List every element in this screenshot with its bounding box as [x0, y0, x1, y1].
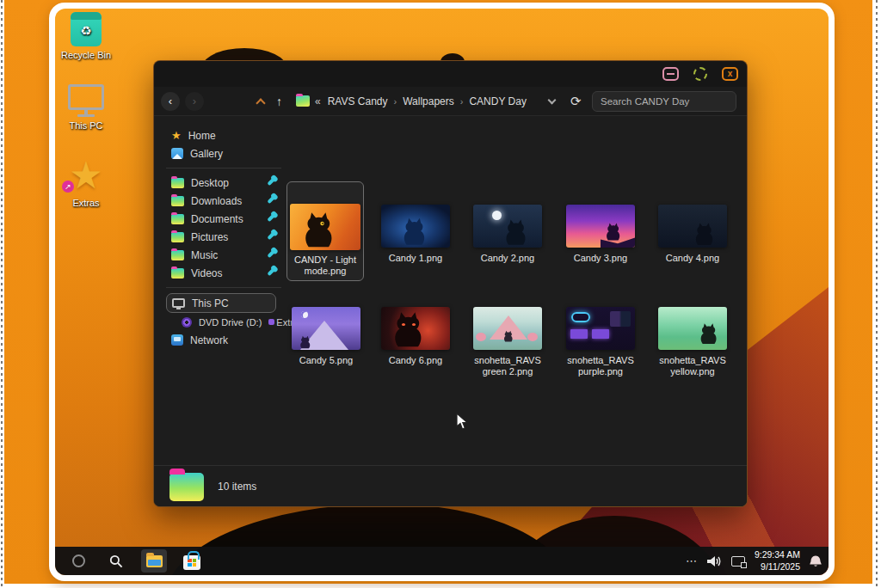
file-explorer-window: x ‹ › ↑ « RAVS Candy › Wallpapers › CAND… [153, 60, 748, 507]
file-item[interactable]: snohetta_RAVS purple.png [561, 307, 640, 377]
file-item[interactable]: snohetta_RAVS green 2.png [468, 307, 547, 377]
file-thumbnail [381, 205, 450, 248]
file-item[interactable]: Candy 2.png [468, 205, 547, 264]
glowing-eye [412, 323, 416, 326]
film-strip-right-edge [872, 0, 881, 588]
system-tray: ⋯ 9:29:34 AM 9/11/2025 [686, 547, 822, 575]
folder-icon [171, 232, 184, 242]
file-thumbnail [473, 307, 542, 350]
breadcrumb-overflow-chevrons[interactable]: « [315, 95, 321, 107]
file-item[interactable]: Candy 3.png [561, 205, 640, 264]
home-star-icon: ★ [171, 129, 182, 142]
sidebar-item-videos[interactable]: Videos [166, 264, 285, 282]
file-name: snohetta_RAVS yellow.png [653, 355, 732, 377]
pin-icon [267, 196, 274, 204]
search-box[interactable] [592, 91, 736, 112]
up-one-level-button[interactable]: ↑ [276, 95, 282, 108]
sidebar-item-network[interactable]: Network [166, 331, 285, 349]
microsoft-store-icon [183, 555, 200, 570]
start-button[interactable] [65, 549, 91, 573]
mouse-cursor [456, 413, 469, 431]
file-item[interactable]: Candy 4.png [653, 205, 732, 264]
sidebar-item-this-pc[interactable]: This PC [166, 293, 276, 313]
volume-mini-icon [268, 319, 274, 325]
monitor-glow [592, 329, 609, 339]
breadcrumb-folder-icon [296, 95, 310, 107]
sidebar-item-home[interactable]: ★ Home [166, 126, 285, 144]
sidebar-divider [166, 168, 281, 168]
file-item[interactable]: snohetta_RAVS yellow.png [653, 307, 732, 377]
file-thumbnail [381, 307, 450, 350]
sidebar-item-pictures[interactable]: Pictures [166, 228, 285, 246]
minimize-button[interactable] [662, 67, 679, 81]
file-name: Candy 4.png [653, 253, 732, 264]
taskbar-search-button[interactable] [103, 549, 129, 573]
sidebar-item-downloads[interactable]: Downloads [166, 192, 285, 210]
file-grid: CANDY - Light mode.png Candy 1.png [286, 181, 742, 507]
file-item[interactable]: Candy 5.png [286, 307, 366, 366]
search-input[interactable] [593, 96, 736, 107]
back-button[interactable]: ‹ [161, 92, 180, 111]
breadcrumb-separator: › [454, 96, 470, 107]
file-explorer-icon [146, 555, 163, 567]
recycle-bin-icon: ♻ [71, 12, 102, 46]
sidebar-item-documents[interactable]: Documents [166, 210, 285, 228]
file-name: snohetta_RAVS purple.png [561, 355, 640, 377]
taskbar: ⋯ 9:29:34 AM 9/11/2025 [55, 547, 829, 575]
close-button[interactable]: x [722, 67, 738, 81]
desktop-screen-frame: ♻ Recycle Bin This PC ★ ↗ Extras [49, 3, 835, 581]
file-name: Candy 3.png [561, 253, 640, 264]
sidebar-item-music[interactable]: Music [166, 246, 285, 264]
notification-bell-icon[interactable] [810, 555, 822, 567]
blossom-tree [527, 333, 538, 341]
sidebar-divider [166, 287, 281, 288]
blossom-tree [476, 333, 486, 341]
maximize-button[interactable] [693, 67, 707, 81]
breadcrumb-wallpapers[interactable]: Wallpapers [403, 95, 454, 107]
cast-display-icon[interactable] [731, 556, 745, 567]
desktop-icon-label: This PC [59, 120, 114, 131]
taskbar-store-button[interactable] [179, 549, 205, 573]
pin-icon [267, 214, 274, 222]
address-dropdown-chevron-icon[interactable] [547, 95, 556, 104]
desktop-icon-extras[interactable]: ★ ↗ Extras [59, 156, 114, 208]
sidebar-item-gallery[interactable]: Gallery [166, 144, 285, 162]
sidebar-item-dvd-drive[interactable]: DVD Drive (D:) Extr [166, 313, 285, 331]
file-name: Candy 6.png [376, 355, 455, 366]
refresh-icon[interactable]: ⟳ [570, 94, 582, 109]
glowing-eye [402, 323, 405, 326]
file-thumbnail [566, 307, 635, 350]
folder-icon [171, 178, 184, 188]
file-name: CANDY - Light mode.png [287, 254, 363, 277]
forward-button[interactable]: › [185, 92, 204, 111]
chevron-up-icon[interactable] [256, 98, 265, 107]
taskbar-file-explorer-button[interactable] [141, 549, 167, 573]
item-count: 10 items [218, 481, 256, 493]
file-item[interactable]: Candy 6.png [376, 307, 455, 366]
breadcrumb-ravs-candy[interactable]: RAVS Candy [328, 95, 388, 107]
volume-icon[interactable] [707, 556, 722, 567]
sidebar-item-desktop[interactable]: Desktop [166, 174, 285, 192]
desktop[interactable]: ♻ Recycle Bin This PC ★ ↗ Extras [55, 9, 829, 575]
folder-icon [171, 214, 184, 224]
tray-overflow-button[interactable]: ⋯ [686, 554, 698, 567]
folder-icon-large [169, 473, 204, 501]
dvd-disc-icon [182, 317, 192, 328]
monitor-icon [172, 298, 185, 308]
shortcut-arrow-badge: ↗ [62, 181, 74, 193]
neon-gamepad [571, 312, 590, 322]
file-thumbnail [473, 205, 542, 248]
titlebar[interactable]: x [154, 61, 747, 87]
taskbar-clock[interactable]: 9:29:34 AM 9/11/2025 [755, 549, 800, 572]
file-thumbnail [658, 307, 727, 350]
gallery-icon [171, 148, 183, 159]
file-name: snohetta_RAVS green 2.png [468, 355, 547, 377]
file-thumbnail [292, 307, 360, 350]
file-item[interactable]: Candy 1.png [376, 205, 455, 264]
breadcrumb-candy-day[interactable]: CANDY Day [469, 95, 526, 107]
file-name: Candy 2.png [468, 253, 547, 264]
file-item-selected[interactable]: CANDY - Light mode.png [286, 181, 364, 281]
desktop-icon-this-pc[interactable]: This PC [59, 84, 114, 131]
wall-screens [610, 311, 631, 327]
desktop-icon-recycle-bin[interactable]: ♻ Recycle Bin [59, 12, 114, 60]
